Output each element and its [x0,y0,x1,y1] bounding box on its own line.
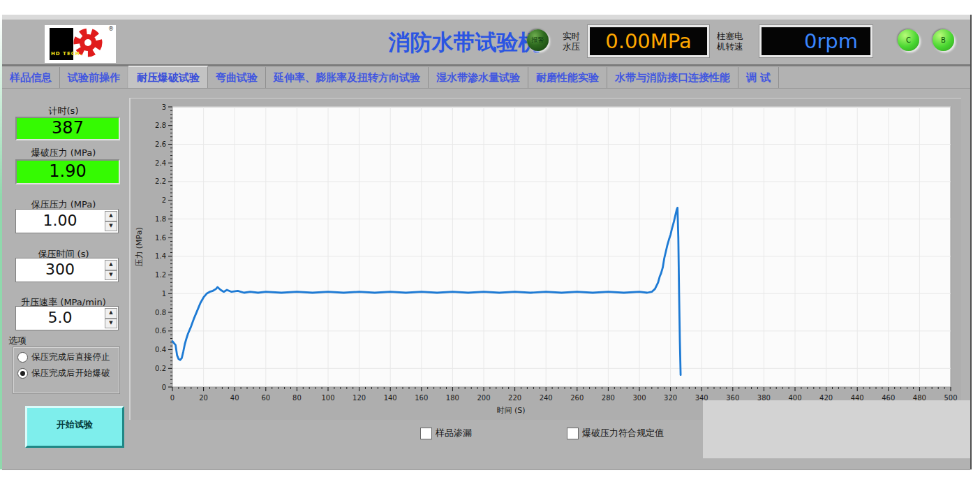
pressure-chart-panel: 0204060801001201401601802002202402602803… [129,98,961,420]
svg-text:140: 140 [384,394,397,402]
svg-text:0.2: 0.2 [155,365,166,372]
svg-text:240: 240 [540,394,553,402]
burst-pressure-spec-checkbox-row: 爆破压力符合规定值 [567,427,664,439]
rate-input[interactable]: 5.0 [16,307,104,330]
burst-pressure-spec-label: 爆破压力符合规定值 [582,427,664,439]
tab-pretest-operation[interactable]: 试验前操作 [60,67,128,88]
svg-text:0.8: 0.8 [155,309,166,316]
svg-text:80: 80 [292,394,302,402]
svg-text:2: 2 [162,196,166,204]
svg-text:220: 220 [508,394,521,402]
svg-text:160: 160 [415,394,428,402]
svg-text:压力 (MPa): 压力 (MPa) [135,227,144,266]
gear-icon [70,26,106,62]
hold-time-spinbox: 300 ▲ ▼ [15,258,119,282]
hold-pressure-input[interactable]: 1.00 [16,210,104,233]
tab-abrasion-test[interactable]: 耐磨性能实验 [528,67,607,88]
svg-text:320: 320 [664,394,677,402]
radio-stop-after-hold[interactable]: 保压完成后直接停止 [17,351,119,363]
tab-bar: 样品信息 试验前操作 耐压爆破试验 弯曲试验 延伸率、膨胀率及扭转方向试验 湿水… [2,67,970,89]
hold-time-input[interactable]: 300 [16,258,104,282]
svg-text:120: 120 [352,394,366,402]
sample-leak-checkbox-row: 样品渗漏 [420,427,472,439]
tab-hose-coupling-connection-test[interactable]: 水带与消防接口连接性能 [607,67,738,88]
tab-pressure-burst-test[interactable]: 耐压爆破试验 [128,66,208,88]
svg-text:1.8: 1.8 [155,215,166,223]
tab-sample-info[interactable]: 样品信息 [2,67,60,88]
rate-spinbox: 5.0 ▲ ▼ [15,306,119,330]
spin-down-icon[interactable]: ▼ [105,270,117,281]
svg-text:40: 40 [230,394,239,402]
radio-circle-icon[interactable] [17,368,28,379]
svg-text:1.2: 1.2 [155,271,166,279]
svg-text:时间 (S): 时间 (S) [496,406,525,415]
alarm-led-button[interactable]: 报警 [527,29,549,51]
company-logo: HD TECH. ® [45,25,116,63]
options-label: 选项 [8,335,27,347]
svg-text:2.8: 2.8 [155,122,166,129]
svg-text:180: 180 [446,394,459,402]
svg-text:280: 280 [602,394,615,402]
timer-label: 计时(s) [8,105,119,117]
pressure-chart: 0204060801001201401601802002202402602803… [131,99,961,420]
sample-leak-label: 样品渗漏 [436,427,472,439]
c-button[interactable]: C [898,29,919,51]
rate-spinner: ▲ ▼ [104,307,118,330]
svg-text:0.4: 0.4 [155,346,166,353]
hold-pressure-spinner: ▲ ▼ [104,210,118,233]
tab-wet-hose-seepage-test[interactable]: 湿水带渗水量试验 [429,67,528,88]
window-top-strip [0,15,972,20]
svg-text:1: 1 [162,290,166,298]
tab-bending-test[interactable]: 弯曲试验 [208,67,266,88]
svg-text:0: 0 [162,384,166,391]
radio-burst-after-hold[interactable]: 保压完成后开始爆破 [17,367,119,379]
svg-text:200: 200 [477,394,490,402]
spin-up-icon[interactable]: ▲ [105,260,117,270]
svg-text:260: 260 [570,394,584,402]
checkbox-icon[interactable] [567,428,579,439]
tab-elongation-expansion-twist-test[interactable]: 延伸率、膨胀率及扭转方向试验 [266,67,429,88]
start-test-button[interactable]: 开始试验 [25,406,124,448]
motor-speed-display: 0rpm [759,25,873,57]
svg-text:0.6: 0.6 [155,327,166,335]
svg-text:2.6: 2.6 [155,140,166,148]
realtime-pressure-display: 0.00MPa [588,25,709,57]
svg-text:0: 0 [170,394,175,402]
motor-speed-label: 柱塞电 机转速 [717,31,743,52]
motor-speed-value: 0rpm [804,29,870,53]
realtime-pressure-value: 0.00MPa [605,29,692,53]
b-button[interactable]: B [933,29,954,51]
spin-up-icon[interactable]: ▲ [105,308,117,319]
svg-text:3: 3 [162,103,166,111]
svg-text:60: 60 [261,394,270,402]
svg-text:2.2: 2.2 [155,177,166,185]
window-right-edge [970,15,972,469]
radio-circle-icon[interactable] [17,352,28,363]
hold-pressure-spinbox: 1.00 ▲ ▼ [15,209,119,233]
hold-time-spinner: ▲ ▼ [104,258,118,282]
burst-pressure-display: 1.90 [15,159,120,184]
tab-debug[interactable]: 调 试 [738,67,779,88]
svg-text:100: 100 [321,394,334,402]
spin-up-icon[interactable]: ▲ [105,211,117,221]
svg-text:300: 300 [632,394,646,402]
svg-text:2.4: 2.4 [155,159,166,167]
checkbox-icon[interactable] [420,428,432,439]
burst-pressure-label: 爆破压力 (MPa) [8,147,119,159]
logo-text: HD TECH. [51,51,110,57]
svg-text:20: 20 [199,394,208,402]
realtime-pressure-label: 实时 水压 [563,31,580,52]
spin-down-icon[interactable]: ▼ [105,319,117,329]
svg-text:1.4: 1.4 [155,252,166,260]
spin-down-icon[interactable]: ▼ [105,221,117,232]
options-group: 保压完成后直接停止 保压完成后开始爆破 [13,347,120,394]
registered-mark-icon: ® [108,26,114,32]
svg-text:1.6: 1.6 [155,234,166,242]
timer-display: 387 [15,117,120,140]
bottom-right-panel [703,400,970,458]
